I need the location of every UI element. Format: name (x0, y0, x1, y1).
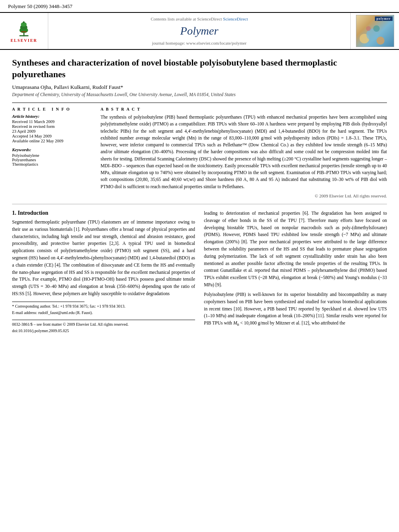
footnote-email-text: E-mail address: rudolf_faust@uml.edu (R.… (12, 310, 93, 315)
cover-art (356, 23, 391, 47)
intro-paragraph-3: Polyisobutylene (PIB) is well-known for … (204, 291, 387, 328)
intro-text-col2: leading to deterioration of mechanical p… (204, 210, 387, 328)
affiliation: Department of Chemistry, University of M… (12, 92, 387, 97)
elsevier-tree-icon (13, 19, 35, 37)
keyword-2: Polyurethanes (12, 158, 93, 162)
journal-title-banner: Polymer (180, 25, 218, 37)
polymer-cover-area: polymer (351, 13, 399, 49)
keywords-section: Keywords: Polyisobutylene Polyurethanes … (12, 147, 93, 166)
abstract-header: A B S T R A C T (101, 107, 387, 111)
footnote-divider (12, 302, 84, 302)
footnote-corresponding: * Corresponding author. Tel.: +1 978 934… (12, 304, 195, 309)
elsevier-logo-area: ELSEVIER (0, 13, 48, 49)
polymer-cover-label: polymer (375, 16, 392, 21)
abstract-paragraph: The synthesis of polyisobutylene (PIB) b… (101, 114, 387, 190)
journal-center: Contents lists available at ScienceDirec… (48, 13, 351, 49)
body-col-left: 1. Introduction Segmented thermoplastic … (12, 210, 195, 335)
received-revised-date: 23 April 2009 (12, 129, 93, 134)
footer-text: 0032-3861/$ – see front matter © 2009 El… (12, 322, 195, 334)
received-revised-label: Received in revised form (12, 124, 93, 129)
article-title: Syntheses and characterization of novel … (12, 57, 387, 80)
footer-doi: doi:10.1016/j.polymer.2009.05.025 (12, 328, 195, 334)
svg-point-10 (376, 37, 385, 45)
elsevier-label: ELSEVIER (10, 38, 37, 43)
journal-ref: Polymer 50 (2009) 3448–3457 (8, 3, 72, 10)
keyword-1: Polyisobutylene (12, 153, 93, 158)
article-history-label: Article history: (12, 114, 93, 119)
accepted-date: Accepted 14 May 2009 (12, 134, 93, 138)
intro-text-col1: Segmented thermoplastic polyurethane (TP… (12, 219, 195, 298)
copyright-line: © 2009 Elsevier Ltd. All rights reserved… (101, 193, 387, 198)
footer-area: 0032-3861/$ – see front matter © 2009 El… (12, 320, 195, 334)
authors-text: Umaprasana Ojha, Pallavi Kulkarni, Rudol… (12, 84, 123, 90)
body-col-right: leading to deterioration of mechanical p… (204, 210, 387, 335)
article-info-col: A R T I C L E I N F O Article history: R… (12, 107, 93, 198)
intro-title: 1. Introduction (12, 210, 195, 216)
svg-point-12 (366, 26, 371, 31)
intro-paragraph-1: Segmented thermoplastic polyurethane (TP… (12, 219, 195, 298)
sciencedirect-link[interactable]: ScienceDirect (223, 16, 248, 21)
footnote-email: E-mail address: rudolf_faust@uml.edu (R.… (12, 310, 195, 316)
svg-rect-1 (19, 35, 29, 37)
authors: Umaprasana Ojha, Pallavi Kulkarni, Rudol… (12, 84, 387, 90)
sciencedirect-text: Contents lists available at ScienceDirec… (151, 16, 248, 21)
available-online-date: Available online 22 May 2009 (12, 139, 93, 143)
article-info-abstract: A R T I C L E I N F O Article history: R… (12, 107, 387, 198)
svg-point-5 (23, 21, 25, 23)
article-info-header: A R T I C L E I N F O (12, 107, 93, 111)
body-two-col: 1. Introduction Segmented thermoplastic … (12, 210, 387, 335)
keyword-3: Thermoplastics (12, 162, 93, 166)
footer-issn: 0032-3861/$ – see front matter © 2009 El… (12, 322, 195, 327)
polymer-cover-image: polymer (356, 15, 394, 47)
footer-line (12, 320, 195, 320)
received-date: Received 11 March 2009 (12, 119, 93, 124)
content-area: Syntheses and characterization of novel … (0, 50, 399, 342)
journal-header: Polymer 50 (2009) 3448–3457 (0, 0, 399, 13)
elsevier-logo: ELSEVIER (10, 19, 37, 43)
footnote: * Corresponding author. Tel.: +1 978 934… (12, 304, 195, 316)
keywords-label: Keywords: (12, 147, 93, 152)
journal-homepage: journal homepage: www.elsevier.com/locat… (152, 41, 247, 45)
title-divider (12, 103, 387, 103)
body-divider (12, 204, 387, 204)
journal-banner: ELSEVIER Contents lists available at Sci… (0, 13, 399, 50)
svg-point-11 (373, 25, 380, 32)
abstract-text: The synthesis of polyisobutylene (PIB) b… (101, 114, 387, 190)
intro-paragraph-2: leading to deterioration of mechanical p… (204, 210, 387, 289)
page: Polymer 50 (2009) 3448–3457 (0, 0, 399, 532)
svg-rect-6 (21, 31, 27, 33)
abstract-col: A B S T R A C T The synthesis of polyiso… (101, 107, 387, 198)
